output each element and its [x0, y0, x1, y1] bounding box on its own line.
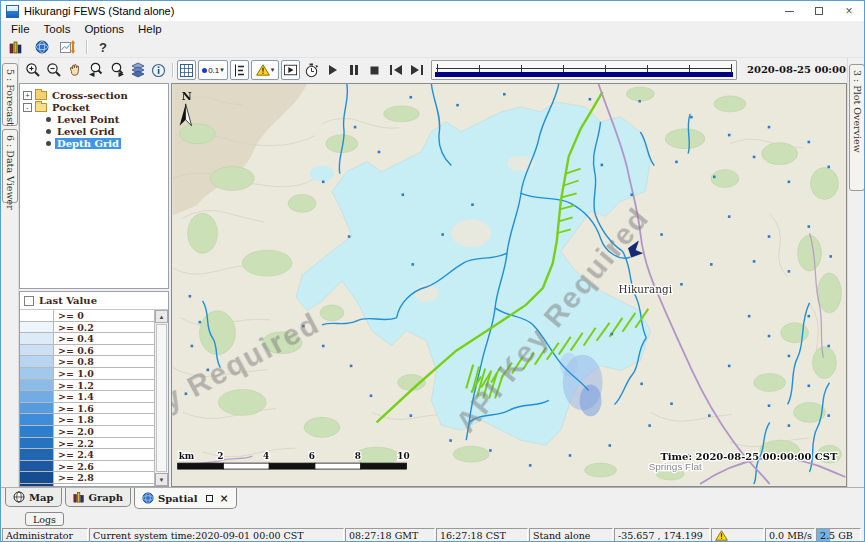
legend-row-label: >= 2.8 — [54, 472, 154, 483]
document-tabs: Map Graph Spatial × — [1, 487, 865, 511]
database-display-button[interactable] — [6, 37, 25, 57]
menubar: FileToolsOptionsHelp — [1, 21, 864, 37]
timeline-slider[interactable] — [431, 60, 737, 80]
scroll-up-icon[interactable]: ▲ — [155, 310, 168, 323]
tab-plot-overview[interactable]: 3 : Plot Overview — [849, 64, 865, 191]
animation-window-button[interactable] — [281, 60, 300, 80]
status-segment-text: -35.657 , 174.199 — [618, 530, 703, 541]
menu-item-tools[interactable]: Tools — [37, 23, 78, 35]
legend-header: Last Value — [20, 292, 168, 310]
last-value-checkbox[interactable] — [24, 296, 34, 306]
warning-triangle-icon — [256, 64, 270, 76]
play-icon — [328, 65, 338, 75]
legend-row-label: >= 0.8 — [54, 356, 154, 367]
timeline-tick — [479, 65, 480, 72]
legend-toggle-button[interactable] — [230, 60, 249, 80]
scale-tick: 2 — [217, 451, 223, 461]
status-segment-text: 16:27:18 CST — [440, 530, 506, 541]
town-label: Hikurangi — [619, 283, 673, 295]
legend-table: >= 0>= 0.2>= 0.4>= 0.6>= 0.8>= 1.0>= 1.2… — [20, 310, 168, 486]
minimize-button[interactable] — [774, 1, 804, 21]
tree-item-level-grid[interactable]: Level Grid — [20, 125, 168, 137]
help-button[interactable]: ? — [96, 40, 110, 55]
zoom-out-button[interactable] — [44, 60, 63, 80]
tree-expander-icon[interactable]: - — [23, 103, 32, 112]
tree-item-cross-section[interactable]: +Cross-section — [20, 89, 168, 101]
zoom-next-button[interactable] — [107, 60, 126, 80]
legend-row: >= 3.0 — [20, 484, 154, 486]
bullet-icon — [46, 129, 51, 134]
spatial-display-button[interactable] — [32, 37, 51, 57]
timeline-tick — [731, 64, 732, 73]
legend-panel: Last Value >= 0>= 0.2>= 0.4>= 0.6>= 0.8>… — [19, 291, 169, 487]
maximize-tab-icon[interactable] — [206, 495, 213, 502]
timeline-tick — [605, 65, 606, 72]
legend-color-swatch — [20, 414, 54, 425]
pan-hand-icon — [67, 63, 82, 78]
legend-row: >= 2.4 — [20, 449, 154, 461]
play-button[interactable] — [323, 60, 342, 80]
info-button[interactable] — [149, 60, 168, 80]
legend-row: >= 1.0 — [20, 368, 154, 380]
zoom-previous-button[interactable] — [86, 60, 105, 80]
tree-item-label: Level Grid — [55, 126, 116, 137]
status-segment-text: 08:27:18 GMT — [349, 530, 418, 541]
status-local-time: 16:27:18 CST — [436, 528, 528, 542]
legend-color-swatch — [20, 310, 54, 321]
tree-item-depth-grid[interactable]: Depth Grid — [20, 137, 168, 149]
legend-scrollbar[interactable]: ▲ ▼ — [154, 310, 168, 486]
logs-tab[interactable]: Logs — [25, 512, 64, 526]
status-gmt-time: 08:27:18 GMT — [345, 528, 435, 542]
scroll-down-icon[interactable]: ▼ — [155, 473, 168, 486]
tab-map-label: Map — [29, 492, 54, 503]
tab-spatial[interactable]: Spatial × — [134, 488, 237, 509]
bullet-icon — [46, 117, 51, 122]
tree-item-level-point[interactable]: Level Point — [20, 113, 168, 125]
tree-item-label: Cross-section — [50, 90, 130, 101]
animation-interval-button[interactable] — [302, 60, 321, 80]
status-system-time: Current system time:2020-09-01 00:00 CST — [89, 528, 344, 542]
close-button[interactable]: × — [834, 1, 864, 21]
layers-button[interactable] — [128, 60, 147, 80]
value-precision-button[interactable]: 0.1 ▾ — [198, 60, 228, 80]
legend-color-swatch — [20, 380, 54, 391]
menu-item-help[interactable]: Help — [131, 23, 169, 35]
legend-row-label: >= 0.2 — [54, 322, 154, 333]
legend-color-swatch — [20, 449, 54, 460]
skip-to-start-icon — [390, 65, 402, 75]
maximize-button[interactable] — [804, 1, 834, 21]
pan-button[interactable] — [65, 60, 84, 80]
status-segment-text: 0.0 MB/s — [769, 530, 812, 541]
globe-icon — [142, 492, 154, 504]
tab-data-viewer[interactable]: 6 : Data Viewer — [2, 129, 18, 203]
scale-tick: 4 — [263, 451, 269, 461]
close-tab-icon[interactable]: × — [220, 493, 229, 504]
pause-button[interactable] — [344, 60, 363, 80]
zoom-in-button[interactable] — [23, 60, 42, 80]
zoom-out-icon — [46, 62, 62, 78]
scroll-thumb[interactable] — [156, 324, 167, 472]
bullet-icon — [46, 141, 51, 146]
tab-graph[interactable]: Graph — [65, 488, 132, 507]
tab-graph-label: Graph — [89, 492, 124, 503]
legend-row-label: >= 1.6 — [54, 403, 154, 414]
tab-forecast[interactable]: 5 : Forecast — [2, 63, 18, 126]
status-user: Administrator — [2, 528, 88, 542]
grid-overlay-button[interactable] — [177, 60, 196, 80]
tree-item-pocket[interactable]: -Pocket — [20, 101, 168, 113]
tab-map[interactable]: Map — [5, 488, 62, 507]
tab-forecast-label: 5 : Forecast — [5, 69, 16, 126]
grid-icon — [180, 64, 193, 77]
thresholds-button[interactable]: ▾ — [251, 60, 279, 80]
grid-display-button[interactable] — [58, 37, 77, 57]
stop-button[interactable] — [365, 60, 384, 80]
folder-icon — [35, 91, 47, 100]
chevron-down-icon: ▾ — [271, 66, 275, 74]
menu-item-file[interactable]: File — [4, 23, 37, 35]
map-canvas[interactable]: API Key Required API Key Required N km 2… — [171, 83, 847, 487]
go-to-end-button[interactable] — [407, 60, 426, 80]
tree-expander-icon[interactable]: + — [23, 91, 32, 100]
menu-item-options[interactable]: Options — [77, 23, 131, 35]
go-to-start-button[interactable] — [386, 60, 405, 80]
legend-row-label: >= 0 — [54, 310, 154, 321]
